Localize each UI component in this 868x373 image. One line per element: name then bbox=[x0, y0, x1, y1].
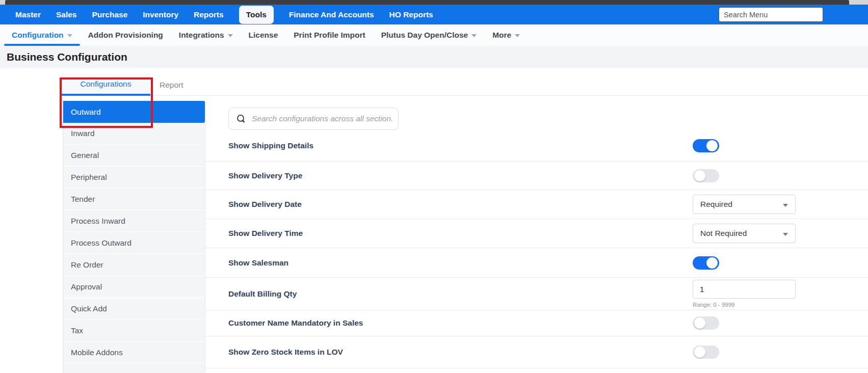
setting-row: Show Zero Stock Items in LOV bbox=[205, 336, 868, 368]
setting-row: Show Delivery Time Not Required bbox=[205, 219, 868, 248]
show-shipping-details-toggle[interactable] bbox=[693, 139, 719, 152]
chevron-down-icon bbox=[67, 34, 72, 37]
nav-item-tools[interactable]: Tools bbox=[239, 6, 274, 24]
menu-search-input[interactable] bbox=[719, 7, 823, 22]
nav-item-purchase[interactable]: Purchase bbox=[92, 10, 127, 19]
subnav-item-configuration[interactable]: Configuration bbox=[12, 24, 72, 46]
tab-report[interactable]: Report bbox=[154, 74, 189, 96]
show-zero-stock-items-toggle[interactable] bbox=[693, 345, 719, 359]
sidebar-item-tax[interactable]: Tax bbox=[63, 320, 205, 342]
subnav-item-label: Integrations bbox=[179, 31, 224, 40]
sidebar-item-tender[interactable]: Tender bbox=[63, 189, 205, 210]
config-search-box bbox=[228, 108, 399, 130]
nav-item-reports[interactable]: Reports bbox=[194, 10, 224, 19]
settings-list: Show Shipping Details Show Delivery Type… bbox=[205, 130, 868, 368]
toggle-knob bbox=[706, 140, 718, 151]
setting-row: Show Shipping Details bbox=[205, 130, 868, 162]
subnav-item-plutus-day-open-close[interactable]: Plutus Day Open/Close bbox=[381, 24, 477, 46]
sidebar-item-peripheral[interactable]: Peripheral bbox=[63, 167, 205, 189]
show-delivery-date-select[interactable]: Required bbox=[693, 195, 796, 214]
setting-label: Default Billing Qty bbox=[228, 289, 297, 299]
setting-label: Show Delivery Date bbox=[228, 200, 302, 209]
config-section-list: Outward Inward General Peripheral Tender… bbox=[63, 101, 205, 373]
show-delivery-time-select[interactable]: Not Required bbox=[693, 224, 796, 243]
setting-row: Show Salesman bbox=[205, 248, 868, 278]
setting-row: Customer Name Mandatory in Sales bbox=[205, 310, 868, 336]
sidebar-item-approval[interactable]: Approval bbox=[63, 276, 205, 298]
toggle-knob bbox=[706, 257, 718, 269]
setting-label: Show Shipping Details bbox=[228, 141, 313, 150]
show-salesman-toggle[interactable] bbox=[693, 256, 719, 270]
chevron-down-icon bbox=[471, 34, 477, 37]
subnav-item-label: Plutus Day Open/Close bbox=[381, 31, 468, 40]
chevron-down-icon bbox=[783, 233, 788, 236]
sidebar-item-process-inward[interactable]: Process Inward bbox=[63, 210, 205, 232]
setting-row: Show Delivery Date Required bbox=[205, 190, 868, 219]
config-search-input[interactable] bbox=[251, 114, 398, 124]
select-value: Required bbox=[700, 200, 732, 209]
sidebar-item-outward[interactable]: Outward bbox=[63, 101, 205, 123]
sidebar-item-inward[interactable]: Inward bbox=[63, 123, 205, 145]
page-title-band: Business Configuration bbox=[0, 46, 868, 68]
subnav-item-print-profile-import[interactable]: Print Profile Import bbox=[294, 24, 365, 46]
customer-name-mandatory-toggle[interactable] bbox=[693, 316, 719, 330]
window-title-strip bbox=[5, 0, 849, 5]
subnav-item-label: License bbox=[249, 31, 278, 40]
config-tabs: Configurations Report bbox=[61, 74, 868, 96]
nav-item-master[interactable]: Master bbox=[15, 10, 41, 19]
page-title: Business Configuration bbox=[7, 51, 127, 63]
sidebar-item-general[interactable]: General bbox=[63, 145, 205, 167]
sidebar-item-mobile-addons[interactable]: Mobile Addons bbox=[63, 342, 205, 364]
qty-range-hint: Range: 0 - 9999 bbox=[693, 302, 796, 308]
toggle-knob bbox=[694, 347, 705, 358]
setting-label: Show Delivery Time bbox=[228, 229, 303, 238]
setting-row: Show Delivery Type bbox=[205, 162, 868, 190]
setting-label: Customer Name Mandatory in Sales bbox=[228, 318, 363, 328]
chevron-down-icon bbox=[228, 34, 233, 37]
toggle-knob bbox=[694, 170, 705, 181]
default-billing-qty-input[interactable] bbox=[693, 280, 796, 299]
setting-label: Show Zero Stock Items in LOV bbox=[228, 348, 343, 357]
nav-item-inventory[interactable]: Inventory bbox=[143, 10, 178, 19]
tab-configurations[interactable]: Configurations bbox=[61, 74, 150, 96]
subnav-item-label: Addon Provisioning bbox=[88, 31, 163, 40]
subnav-item-integrations[interactable]: Integrations bbox=[179, 24, 233, 46]
chevron-down-icon bbox=[783, 204, 788, 207]
nav-item-sales[interactable]: Sales bbox=[56, 10, 77, 19]
setting-label: Show Salesman bbox=[228, 258, 288, 268]
subnav-item-more[interactable]: More bbox=[492, 24, 520, 46]
setting-row: Default Billing Qty Range: 0 - 9999 bbox=[205, 278, 868, 310]
main-navbar: Master Sales Purchase Inventory Reports … bbox=[0, 5, 868, 24]
window-top-strip bbox=[0, 0, 868, 5]
sidebar-item-re-order[interactable]: Re Order bbox=[63, 254, 205, 276]
search-icon bbox=[237, 115, 245, 123]
sidebar-item-process-outward[interactable]: Process Outward bbox=[63, 232, 205, 254]
show-delivery-type-toggle[interactable] bbox=[693, 169, 719, 182]
subnav-item-label: More bbox=[492, 31, 511, 40]
setting-label: Show Delivery Type bbox=[228, 171, 302, 180]
sidebar-item-quick-add[interactable]: Quick Add bbox=[63, 298, 205, 320]
subnav-item-license[interactable]: License bbox=[249, 24, 278, 46]
nav-item-ho-reports[interactable]: HO Reports bbox=[389, 10, 433, 19]
tools-subnav: Configuration Addon Provisioning Integra… bbox=[0, 24, 868, 46]
toggle-knob bbox=[694, 317, 705, 329]
select-value: Not Required bbox=[700, 229, 747, 238]
subnav-item-addon-provisioning[interactable]: Addon Provisioning bbox=[88, 24, 163, 46]
subnav-item-label: Print Profile Import bbox=[294, 31, 365, 40]
nav-item-finance-and-accounts[interactable]: Finance And Accounts bbox=[289, 10, 374, 19]
chevron-down-icon bbox=[515, 34, 520, 37]
subnav-item-label: Configuration bbox=[12, 31, 64, 40]
